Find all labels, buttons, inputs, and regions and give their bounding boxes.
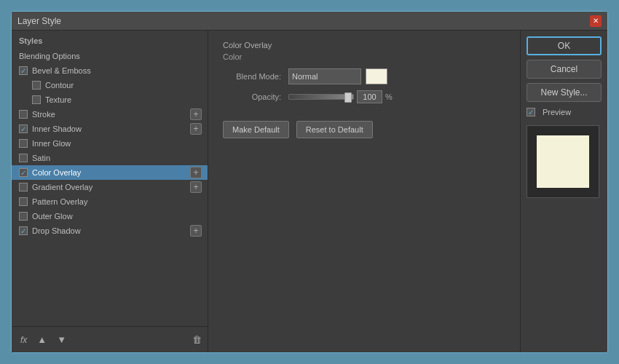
checkbox-drop-shadow[interactable] (19, 226, 28, 235)
label-outer-glow: Outer Glow (32, 212, 202, 221)
make-default-button[interactable]: Make Default (223, 121, 289, 138)
ok-button[interactable]: OK (527, 36, 602, 55)
sidebar-item-color-overlay[interactable]: Color Overlay + (12, 165, 208, 180)
checkbox-inner-shadow[interactable] (19, 124, 28, 133)
checkbox-texture[interactable] (32, 95, 41, 104)
dialog-body: Styles Blending Options Bevel & Emboss C… (12, 31, 607, 352)
label-drop-shadow: Drop Shadow (32, 226, 202, 235)
new-style-button[interactable]: New Style... (527, 83, 602, 102)
label-texture: Texture (45, 95, 202, 104)
preview-swatch (537, 135, 589, 188)
plus-gradient-overlay[interactable]: + (190, 181, 202, 193)
left-panel: Styles Blending Options Bevel & Emboss C… (12, 31, 208, 352)
label-inner-shadow: Inner Shadow (32, 124, 202, 133)
title-bar: Layer Style ✕ (12, 12, 607, 31)
bottom-bar: fx ▲ ▼ 🗑 (12, 326, 208, 352)
color-swatch[interactable] (366, 68, 387, 84)
opacity-input[interactable] (357, 90, 382, 103)
percent-label: % (385, 92, 393, 101)
checkbox-inner-glow[interactable] (19, 139, 28, 148)
blend-mode-select[interactable]: Normal Dissolve Multiply Screen Overlay (288, 68, 361, 84)
sidebar-item-contour[interactable]: Contour (12, 78, 208, 92)
label-satin: Satin (32, 154, 202, 162)
preview-row: Preview (527, 106, 602, 118)
move-down-button[interactable]: ▼ (54, 333, 69, 347)
label-gradient-overlay: Gradient Overlay (32, 183, 202, 191)
plus-drop-shadow[interactable]: + (190, 225, 202, 237)
reset-to-default-button[interactable]: Reset to Default (296, 121, 373, 138)
checkbox-outer-glow[interactable] (19, 212, 28, 221)
layer-style-dialog: Layer Style ✕ Styles Blending Options Be… (11, 11, 608, 353)
blending-options-item[interactable]: Blending Options (12, 49, 208, 63)
middle-panel: Color Overlay Color Blend Mode: Normal D… (208, 31, 520, 352)
blend-mode-label: Blend Mode: (223, 72, 281, 81)
label-contour: Contour (45, 81, 202, 90)
opacity-label: Opacity: (223, 92, 281, 101)
delete-button[interactable]: 🗑 (192, 334, 202, 345)
preview-area (527, 125, 599, 198)
plus-color-overlay[interactable]: + (190, 167, 202, 178)
checkbox-color-overlay[interactable] (19, 168, 28, 177)
label-bevel-emboss: Bevel & Emboss (32, 66, 202, 75)
sidebar-item-drop-shadow[interactable]: Drop Shadow + (12, 223, 208, 238)
sidebar-item-pattern-overlay[interactable]: Pattern Overlay (12, 194, 208, 209)
opacity-slider-thumb[interactable] (344, 92, 352, 103)
checkbox-gradient-overlay[interactable] (19, 183, 28, 191)
plus-inner-shadow[interactable]: + (190, 123, 202, 135)
cancel-button[interactable]: Cancel (527, 60, 602, 79)
sidebar-item-stroke[interactable]: Stroke + (12, 107, 208, 122)
opacity-slider-container: % (288, 90, 393, 103)
sidebar-item-outer-glow[interactable]: Outer Glow (12, 209, 208, 223)
preview-label: Preview (543, 108, 571, 116)
label-stroke: Stroke (32, 110, 202, 119)
checkbox-pattern-overlay[interactable] (19, 197, 28, 206)
blend-mode-row: Blend Mode: Normal Dissolve Multiply Scr… (223, 68, 505, 84)
sidebar-item-inner-shadow[interactable]: Inner Shadow + (12, 122, 208, 136)
checkbox-bevel-emboss[interactable] (19, 66, 28, 75)
sidebar-item-texture[interactable]: Texture (12, 92, 208, 107)
label-color-overlay: Color Overlay (32, 168, 202, 177)
plus-stroke[interactable]: + (190, 108, 202, 120)
right-panel: OK Cancel New Style... Preview (520, 31, 607, 352)
dialog-title: Layer Style (17, 16, 61, 26)
checkbox-stroke[interactable] (19, 110, 28, 119)
label-inner-glow: Inner Glow (32, 139, 202, 148)
color-sub-title: Color (223, 52, 505, 61)
checkbox-satin[interactable] (19, 154, 28, 162)
sidebar-item-satin[interactable]: Satin (12, 151, 208, 165)
fx-button[interactable]: fx (17, 333, 30, 347)
sidebar-item-gradient-overlay[interactable]: Gradient Overlay + (12, 180, 208, 194)
sidebar-item-inner-glow[interactable]: Inner Glow (12, 136, 208, 151)
preview-checkbox[interactable] (527, 108, 535, 116)
move-up-button[interactable]: ▲ (34, 333, 50, 347)
blend-mode-wrapper: Normal Dissolve Multiply Screen Overlay (288, 68, 361, 84)
close-button[interactable]: ✕ (590, 15, 602, 27)
opacity-row: Opacity: % (223, 90, 505, 103)
default-buttons-row: Make Default Reset to Default (223, 121, 505, 138)
sidebar-item-bevel-emboss[interactable]: Bevel & Emboss (12, 63, 208, 78)
opacity-slider-track[interactable] (288, 94, 354, 100)
checkbox-contour[interactable] (32, 81, 41, 90)
label-pattern-overlay: Pattern Overlay (32, 197, 202, 206)
section-title: Color Overlay (223, 41, 505, 50)
styles-header: Styles (12, 31, 208, 49)
